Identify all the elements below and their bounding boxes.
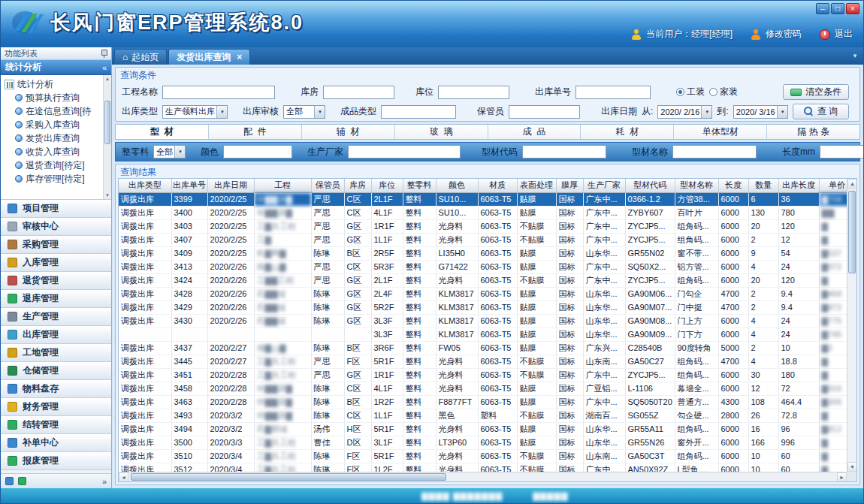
horizontal-scrollbar[interactable]: ◄ ►	[119, 472, 847, 481]
scroll-right-icon[interactable]: ►	[837, 472, 847, 482]
tree-scroll-thumb[interactable]	[104, 101, 110, 144]
table-row[interactable]: 调拨出库34002020/2/25华▇▇源▇严思C区4L1F整料SU10...6…	[119, 206, 857, 219]
tree-item[interactable]: 采购入库查询	[5, 118, 102, 131]
material-tab[interactable]: 隔 热 条	[767, 125, 859, 139]
sidebar-section-inbound[interactable]: 入库管理	[1, 254, 111, 272]
manufacturer-input[interactable]	[348, 145, 461, 158]
column-header[interactable]: 整零料	[403, 179, 436, 192]
product-type-input[interactable]	[381, 105, 456, 119]
vertical-scroll-thumb[interactable]	[848, 191, 856, 273]
table-row[interactable]: 调拨出库34242020/2/26工▇▇工程严思G区2L1F整料光身料6063-…	[119, 273, 857, 287]
tree-scrollbar[interactable]: ▲ ▼	[103, 75, 111, 199]
column-header[interactable]: 膜厚	[556, 179, 583, 192]
table-row[interactable]: 调拨出库34072020/2/25工▇严思G区1L1F整料光身料6063-T5不…	[119, 233, 857, 246]
tree-item[interactable]: 库存管理[待定]	[5, 172, 102, 186]
column-header[interactable]: 颜色	[436, 179, 478, 192]
table-row[interactable]: 调拨出库34372020/2/27佛▇山▇陈琳B区3R6F整料FW056063-…	[119, 341, 857, 355]
column-header[interactable]: 材质	[478, 179, 517, 192]
sidebar-section-warehouse[interactable]: 仓储管理	[1, 362, 111, 380]
column-header[interactable]: 库位	[371, 179, 403, 192]
length-input[interactable]	[820, 145, 863, 158]
scroll-down-icon[interactable]: ▼	[847, 462, 857, 472]
outbound-type-select[interactable]: 生产领料出库	[162, 105, 228, 119]
sidebar-section-scrap[interactable]: 报废管理	[1, 452, 111, 470]
maximize-button[interactable]: □	[831, 3, 844, 14]
material-tab[interactable]: 成 品	[488, 125, 582, 139]
table-row[interactable]: 调拨出库34942020/3/2石▇辉城汤伟H区5R1F整料光身料6063-T5…	[119, 422, 857, 436]
sidebar-section-production[interactable]: 生产管理	[1, 308, 111, 326]
material-tab[interactable]: 耗 材	[581, 125, 674, 139]
column-header[interactable]: 库房	[344, 179, 371, 192]
list-icon[interactable]	[18, 477, 26, 485]
table-row[interactable]: 调拨出库34032020/2/25工▇共工程严思G区1R1F整料光身料6063-…	[119, 219, 857, 233]
tab-list-caret-icon[interactable]: ▼	[852, 53, 858, 59]
monitor-icon[interactable]	[5, 477, 14, 485]
table-row[interactable]: 调拨出库35002020/3/3工▇共工程曹佳D区3L1F整料LT3P60606…	[119, 436, 857, 449]
column-header[interactable]: 保管员	[311, 179, 344, 192]
column-header[interactable]: 型材名称	[675, 179, 718, 192]
tab-shipment-query[interactable]: 发货出库查询 ×	[168, 49, 250, 65]
tree-item[interactable]: 收货入库查询	[5, 145, 102, 158]
minimize-button[interactable]: –	[816, 3, 829, 14]
column-header[interactable]: 长度	[718, 179, 748, 192]
radio-home-install[interactable]: 家装	[709, 86, 738, 98]
table-row[interactable]: 3L3F整料KLM38176063-T5贴膜国标山东华...GA90M09...…	[119, 327, 857, 341]
scroll-up-icon[interactable]: ▲	[847, 179, 857, 189]
sidebar-section-purchase[interactable]: 采购管理	[1, 236, 111, 254]
sidebar-section-audit[interactable]: 审核中心	[1, 218, 111, 236]
column-header[interactable]: 出库日期	[207, 179, 254, 192]
change-password-link[interactable]: 修改密码	[766, 28, 802, 41]
table-row[interactable]: 调拨出库33992020/2/25华▇▇源▇严思C区2L1F整料SU10...6…	[119, 192, 857, 206]
scroll-up-icon[interactable]: ▲	[104, 75, 111, 83]
whole-part-select[interactable]: 全部	[153, 145, 186, 158]
sidebar-section-return-goods[interactable]: 退货管理	[1, 272, 111, 290]
tab-close-icon[interactable]: ×	[237, 52, 242, 62]
material-tab[interactable]: 辅 材	[302, 125, 395, 139]
pin-icon[interactable]	[101, 49, 107, 59]
table-row[interactable]: 调拨出库34302020/2/26石▇▇城陈琳G区3L3F整料KLM381760…	[119, 314, 857, 327]
tree-item[interactable]: 发货出库查询	[5, 131, 102, 145]
profile-code-input[interactable]	[522, 145, 606, 158]
column-header[interactable]: 出库长度	[778, 179, 819, 192]
table-row[interactable]: 调拨出库34292020/2/26石▇▇城陈琳G区5R2F整料KLM381760…	[119, 300, 857, 314]
radio-work-install[interactable]: 工装	[676, 86, 705, 98]
material-tab[interactable]: 型 材	[116, 125, 209, 139]
material-tab[interactable]: 单体型材	[674, 125, 767, 139]
color-input[interactable]	[223, 145, 292, 158]
project-name-input[interactable]	[162, 86, 275, 99]
date-from-picker[interactable]: 2020/ 2/16	[657, 105, 712, 119]
column-header[interactable]: 生产厂家	[583, 179, 625, 192]
sidebar-section-project[interactable]: 项目管理	[1, 200, 111, 218]
profile-name-input[interactable]	[672, 145, 757, 158]
table-row[interactable]: 调拨出库34632020/2/28华▇▇源▇陈琳B区1R2F整料F8877FT6…	[119, 395, 857, 409]
table-row[interactable]: 调拨出库34582020/2/28华▇▇源▇陈琳C区4L1F整料光身料6063-…	[119, 382, 857, 395]
search-button[interactable]: 查 询	[793, 104, 849, 119]
sidebar-section-return-store[interactable]: 退库管理	[1, 290, 111, 308]
sidebar-section-site[interactable]: 工地管理	[1, 344, 111, 362]
tree-item[interactable]: 预算执行查询	[5, 91, 102, 104]
sidebar-section-supplement[interactable]: 补单中心	[1, 434, 111, 452]
column-header[interactable]: 数量	[748, 179, 778, 192]
table-row[interactable]: 调拨出库34932020/3/2华▇▇源▇陈琳C区1L1F整料黑色塑料不贴膜国标…	[119, 409, 857, 422]
tree-root[interactable]: 统计分析	[5, 77, 102, 91]
close-button[interactable]: ×	[846, 3, 859, 14]
more-sections-icon[interactable]: »	[102, 477, 107, 486]
column-header[interactable]: 表面处理	[517, 179, 556, 192]
table-row[interactable]: 调拨出库34092020/2/25长▇网▇陈琳B区2R5F整料LI35H0606…	[119, 246, 857, 260]
vertical-scrollbar[interactable]: ▲ ▼	[847, 179, 856, 472]
table-row[interactable]: 调拨出库34452020/2/27工▇共工程严思F区5R1F整料光身料6063-…	[119, 355, 857, 368]
scroll-left-icon[interactable]: ◄	[119, 472, 128, 482]
table-row[interactable]: 调拨出库35102020/3/4工▇共工程陈琳F区5R1F整料光身料6063-T…	[119, 449, 857, 463]
column-header[interactable]: 工程	[254, 179, 311, 192]
scroll-down-icon[interactable]: ▼	[104, 192, 111, 199]
logout-link[interactable]: 退出	[835, 28, 853, 41]
warehouse-input[interactable]	[323, 86, 394, 99]
location-input[interactable]	[438, 86, 509, 99]
table-row[interactable]: 调拨出库34512020/2/28工▇共工程严思G区1R1F整料光身料6063-…	[119, 368, 857, 382]
column-header[interactable]: 出库单号	[171, 179, 207, 192]
order-no-input[interactable]	[575, 86, 651, 99]
sidebar-section-outbound[interactable]: 出库管理	[1, 326, 111, 344]
date-to-picker[interactable]: 2020/ 3/16	[733, 105, 788, 119]
tab-home[interactable]: ⌂ 起始页	[114, 49, 167, 65]
table-row[interactable]: 调拨出库34132020/2/26南▇山▇严思C区5R3F整料G71422606…	[119, 260, 857, 273]
